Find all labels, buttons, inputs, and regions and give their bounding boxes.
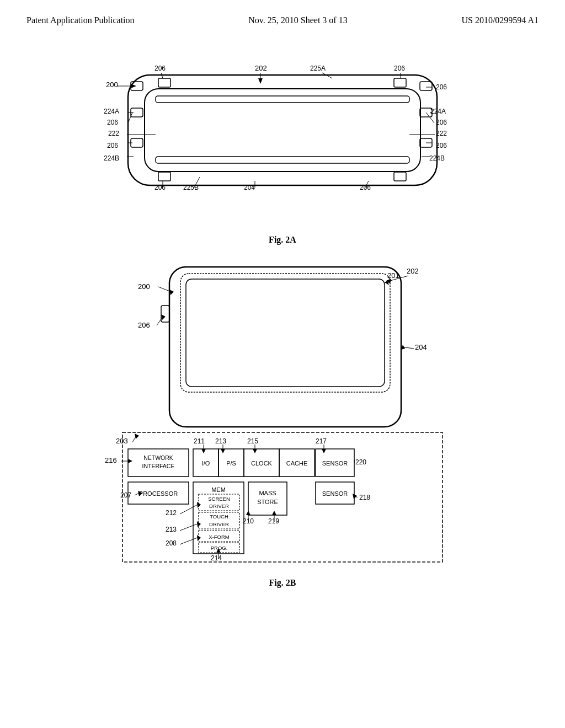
- svg-marker-122: [253, 449, 257, 453]
- svg-text:225A: 225A: [310, 65, 326, 72]
- svg-text:224B: 224B: [104, 154, 119, 162]
- svg-text:206: 206: [436, 119, 447, 126]
- svg-text:224A: 224A: [104, 108, 119, 115]
- svg-text:206: 206: [107, 119, 118, 126]
- svg-text:212: 212: [166, 509, 177, 517]
- svg-line-138: [180, 537, 199, 544]
- svg-text:202: 202: [407, 267, 419, 275]
- svg-text:200: 200: [138, 282, 150, 291]
- svg-text:206: 206: [436, 142, 447, 149]
- svg-text:219: 219: [268, 517, 279, 525]
- svg-rect-1: [145, 89, 420, 172]
- svg-text:MEM: MEM: [211, 486, 226, 493]
- svg-text:TOUCH: TOUCH: [210, 513, 228, 520]
- svg-rect-13: [394, 172, 406, 181]
- svg-text:214: 214: [211, 554, 222, 562]
- svg-text:P/S: P/S: [226, 460, 236, 467]
- svg-text:DRIVER: DRIVER: [209, 521, 229, 527]
- svg-text:222: 222: [436, 130, 447, 137]
- svg-text:222: 222: [108, 130, 119, 137]
- fig2a-label: Fig. 2A: [269, 235, 296, 245]
- svg-marker-16: [131, 84, 136, 88]
- svg-text:218: 218: [359, 494, 370, 501]
- svg-text:224A: 224A: [430, 108, 446, 115]
- svg-marker-110: [135, 433, 139, 439]
- fig2b-svg: NETWORK INTERFACE I/O P/S CLOCK CACHE PR…: [73, 261, 492, 570]
- svg-text:SCREEN: SCREEN: [208, 496, 230, 502]
- svg-text:207: 207: [120, 491, 131, 499]
- svg-text:201: 201: [387, 271, 399, 280]
- fig2a-diagram: 200 202 225A 206 206 224A 206 22: [0, 58, 565, 229]
- svg-rect-9: [131, 138, 143, 147]
- svg-text:217: 217: [316, 437, 327, 445]
- svg-text:215: 215: [247, 437, 258, 445]
- svg-rect-6: [394, 78, 406, 87]
- svg-text:CLOCK: CLOCK: [251, 460, 273, 467]
- svg-rect-0: [128, 75, 437, 185]
- svg-text:204: 204: [415, 343, 427, 351]
- svg-text:DRIVER: DRIVER: [209, 503, 229, 509]
- svg-marker-119: [221, 449, 225, 453]
- svg-text:224B: 224B: [429, 154, 445, 162]
- svg-marker-125: [322, 449, 326, 453]
- svg-text:206: 206: [154, 65, 166, 72]
- svg-text:204: 204: [244, 184, 255, 191]
- svg-text:STORE: STORE: [257, 499, 278, 505]
- svg-text:208: 208: [166, 539, 177, 547]
- svg-marker-116: [201, 449, 206, 453]
- svg-text:206: 206: [154, 184, 166, 191]
- svg-rect-2: [156, 96, 409, 103]
- svg-marker-19: [258, 78, 263, 84]
- svg-text:206: 206: [107, 142, 118, 149]
- svg-marker-151: [353, 494, 357, 499]
- fig2b-diagram: NETWORK INTERFACE I/O P/S CLOCK CACHE PR…: [73, 261, 492, 572]
- svg-text:SENSOR: SENSOR: [322, 460, 348, 467]
- svg-text:CACHE: CACHE: [286, 460, 308, 467]
- svg-rect-5: [158, 78, 170, 87]
- svg-text:INTERFACE: INTERFACE: [142, 463, 175, 469]
- svg-line-135: [180, 523, 199, 531]
- svg-rect-56: [169, 267, 401, 427]
- svg-text:202: 202: [255, 64, 267, 72]
- svg-rect-7: [420, 82, 432, 90]
- svg-rect-12: [158, 172, 170, 181]
- fig2b-label: Fig. 2B: [269, 578, 296, 588]
- svg-text:211: 211: [194, 437, 205, 445]
- svg-text:I/O: I/O: [202, 460, 210, 467]
- svg-text:206: 206: [436, 83, 447, 91]
- svg-text:213: 213: [166, 526, 177, 533]
- svg-marker-148: [272, 511, 276, 515]
- svg-rect-57: [180, 274, 390, 392]
- svg-text:MASS: MASS: [259, 490, 276, 496]
- svg-text:225B: 225B: [183, 184, 199, 191]
- page-header: Patent Application Publication Nov. 25, …: [0, 0, 565, 25]
- svg-line-132: [180, 504, 199, 514]
- svg-marker-145: [246, 511, 250, 515]
- svg-text:216: 216: [105, 456, 117, 464]
- svg-text:SENSOR: SENSOR: [322, 490, 348, 497]
- fig2a-section: 200 202 225A 206 206 224A 206 22: [0, 58, 565, 245]
- svg-text:NETWORK: NETWORK: [143, 454, 173, 461]
- header-right: US 2010/0299594 A1: [461, 15, 539, 25]
- svg-text:X-FORM: X-FORM: [209, 534, 230, 540]
- svg-line-129: [135, 493, 139, 495]
- svg-text:200: 200: [106, 81, 118, 89]
- svg-text:213: 213: [215, 437, 226, 445]
- svg-text:206: 206: [394, 65, 405, 72]
- svg-text:220: 220: [355, 458, 366, 466]
- svg-marker-113: [128, 459, 132, 463]
- fig2a-svg: 200 202 225A 206 206 224A 206 22: [73, 58, 492, 229]
- svg-text:PROCESSOR: PROCESSOR: [139, 490, 178, 497]
- svg-text:206: 206: [138, 321, 150, 329]
- header-left: Patent Application Publication: [26, 15, 135, 25]
- svg-rect-3: [156, 157, 409, 163]
- svg-rect-58: [186, 279, 385, 387]
- fig2b-section: NETWORK INTERFACE I/O P/S CLOCK CACHE PR…: [0, 261, 565, 588]
- svg-text:203: 203: [116, 437, 128, 445]
- svg-marker-107: [161, 314, 166, 320]
- header-center: Nov. 25, 2010 Sheet 3 of 13: [248, 15, 347, 25]
